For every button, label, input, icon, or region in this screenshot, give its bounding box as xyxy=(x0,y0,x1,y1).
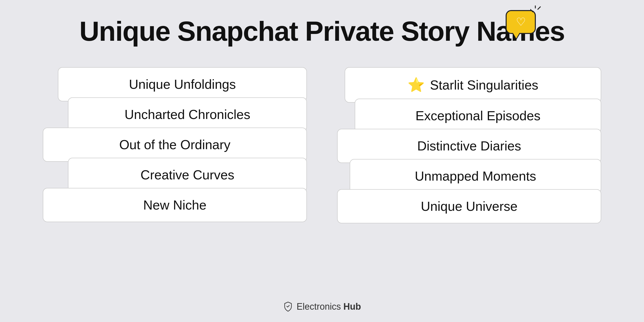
list-item: Creative Curves xyxy=(68,158,307,192)
footer: Electronics Hub xyxy=(283,301,361,312)
list-item: Unique Unfoldings xyxy=(58,67,307,101)
main-content: Unique Unfoldings Uncharted Chronicles O… xyxy=(20,67,624,221)
chat-bubble-icon: ♡ xyxy=(506,10,538,38)
shield-icon xyxy=(283,302,293,312)
list-item-highlighted: ⭐ Starlit Singularities xyxy=(345,67,601,103)
list-item: Unmapped Moments xyxy=(350,159,601,193)
svg-line-0 xyxy=(530,9,533,12)
brand-logo: Electronics Hub xyxy=(283,301,361,312)
list-item: Uncharted Chronicles xyxy=(68,97,307,132)
list-item: New Niche xyxy=(43,188,307,222)
page-header: Unique Snapchat Private Story Names ♡ xyxy=(0,15,644,47)
list-item: Distinctive Diaries xyxy=(337,129,601,163)
heart-icon: ♡ xyxy=(516,17,526,28)
page-title: Unique Snapchat Private Story Names xyxy=(79,15,565,47)
list-item: Unique Universe xyxy=(337,189,601,223)
svg-line-2 xyxy=(538,7,540,9)
list-item: Out of the Ordinary xyxy=(43,128,307,162)
star-icon: ⭐ xyxy=(408,77,425,93)
list-item: Exceptional Episodes xyxy=(355,99,601,133)
right-column: ⭐ Starlit Singularities Exceptional Epis… xyxy=(337,67,601,221)
sparkle-icon xyxy=(530,6,543,18)
footer-brand-text: Electronics Hub xyxy=(297,301,361,312)
bubble-tail xyxy=(513,32,520,38)
left-column: Unique Unfoldings Uncharted Chronicles O… xyxy=(43,67,307,221)
